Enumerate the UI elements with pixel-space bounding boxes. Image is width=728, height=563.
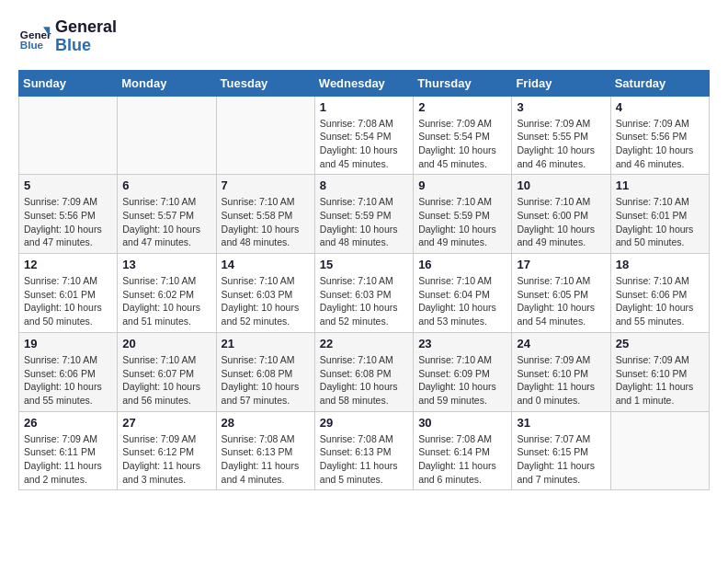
day-cell: 12Sunrise: 7:10 AMSunset: 6:01 PMDayligh… — [19, 254, 118, 333]
day-cell: 21Sunrise: 7:10 AMSunset: 6:08 PMDayligh… — [216, 332, 314, 411]
day-info: Sunrise: 7:09 AMSunset: 5:55 PMDaylight:… — [517, 117, 605, 171]
day-cell: 5Sunrise: 7:09 AMSunset: 5:56 PMDaylight… — [19, 175, 118, 254]
day-number: 12 — [24, 258, 112, 271]
svg-text:Blue: Blue — [20, 38, 44, 50]
day-info: Sunrise: 7:10 AMSunset: 6:04 PMDaylight:… — [418, 274, 506, 328]
day-number: 30 — [418, 416, 506, 430]
day-cell: 23Sunrise: 7:10 AMSunset: 6:09 PMDayligh… — [414, 332, 512, 411]
day-info: Sunrise: 7:09 AMSunset: 5:56 PMDaylight:… — [24, 195, 112, 249]
col-header-friday: Friday — [512, 70, 610, 96]
day-info: Sunrise: 7:09 AMSunset: 6:10 PMDaylight:… — [616, 353, 704, 408]
day-info: Sunrise: 7:10 AMSunset: 5:59 PMDaylight:… — [320, 195, 408, 249]
day-cell: 28Sunrise: 7:08 AMSunset: 6:13 PMDayligh… — [216, 411, 314, 490]
day-cell: 4Sunrise: 7:09 AMSunset: 5:56 PMDaylight… — [610, 96, 709, 175]
day-info: Sunrise: 7:10 AMSunset: 5:57 PMDaylight:… — [122, 195, 210, 249]
day-info: Sunrise: 7:09 AMSunset: 6:11 PMDaylight:… — [24, 432, 112, 487]
day-cell: 14Sunrise: 7:10 AMSunset: 6:03 PMDayligh… — [216, 254, 314, 333]
day-cell: 31Sunrise: 7:07 AMSunset: 6:15 PMDayligh… — [512, 411, 610, 490]
day-cell: 19Sunrise: 7:10 AMSunset: 6:06 PMDayligh… — [19, 332, 118, 411]
day-cell: 13Sunrise: 7:10 AMSunset: 6:02 PMDayligh… — [118, 254, 216, 333]
day-info: Sunrise: 7:10 AMSunset: 6:05 PMDaylight:… — [517, 274, 605, 328]
day-info: Sunrise: 7:10 AMSunset: 6:00 PMDaylight:… — [517, 195, 605, 249]
day-info: Sunrise: 7:10 AMSunset: 5:58 PMDaylight:… — [222, 195, 310, 249]
day-info: Sunrise: 7:10 AMSunset: 6:06 PMDaylight:… — [24, 353, 112, 408]
day-number: 13 — [122, 258, 210, 271]
day-info: Sunrise: 7:09 AMSunset: 6:12 PMDaylight:… — [122, 432, 210, 487]
day-number: 20 — [122, 337, 210, 350]
day-cell: 25Sunrise: 7:09 AMSunset: 6:10 PMDayligh… — [610, 332, 709, 411]
day-cell: 26Sunrise: 7:09 AMSunset: 6:11 PMDayligh… — [19, 411, 118, 490]
day-cell: 30Sunrise: 7:08 AMSunset: 6:14 PMDayligh… — [414, 411, 512, 490]
day-number: 10 — [517, 178, 605, 192]
logo-blue: Blue — [55, 37, 117, 55]
logo-general: General — [55, 18, 117, 37]
day-cell — [118, 96, 216, 175]
day-number: 15 — [320, 258, 408, 271]
day-cell: 8Sunrise: 7:10 AMSunset: 5:59 PMDaylight… — [314, 175, 413, 254]
logo-icon: General Blue — [18, 20, 51, 53]
day-number: 25 — [616, 337, 704, 350]
day-info: Sunrise: 7:07 AMSunset: 6:15 PMDaylight:… — [517, 432, 605, 487]
day-info: Sunrise: 7:10 AMSunset: 6:03 PMDaylight:… — [320, 274, 408, 328]
day-info: Sunrise: 7:10 AMSunset: 5:59 PMDaylight:… — [418, 195, 506, 249]
day-info: Sunrise: 7:08 AMSunset: 5:54 PMDaylight:… — [320, 117, 408, 171]
col-header-saturday: Saturday — [610, 70, 709, 96]
day-cell: 7Sunrise: 7:10 AMSunset: 5:58 PMDaylight… — [216, 175, 314, 254]
day-cell: 27Sunrise: 7:09 AMSunset: 6:12 PMDayligh… — [118, 411, 216, 490]
day-number: 27 — [122, 416, 210, 430]
day-number: 31 — [517, 416, 605, 430]
day-number: 6 — [122, 178, 210, 192]
day-cell: 24Sunrise: 7:09 AMSunset: 6:10 PMDayligh… — [512, 332, 610, 411]
day-info: Sunrise: 7:08 AMSunset: 6:13 PMDaylight:… — [320, 432, 408, 487]
day-number: 22 — [320, 337, 408, 350]
day-number: 29 — [320, 416, 408, 430]
day-number: 23 — [418, 337, 506, 350]
day-cell: 11Sunrise: 7:10 AMSunset: 6:01 PMDayligh… — [610, 175, 709, 254]
day-number: 14 — [222, 258, 310, 271]
day-cell: 17Sunrise: 7:10 AMSunset: 6:05 PMDayligh… — [512, 254, 610, 333]
day-number: 9 — [418, 178, 506, 192]
day-cell — [610, 411, 709, 490]
day-cell: 3Sunrise: 7:09 AMSunset: 5:55 PMDaylight… — [512, 96, 610, 175]
col-header-sunday: Sunday — [19, 70, 118, 96]
day-number: 7 — [222, 178, 310, 192]
day-number: 1 — [320, 100, 408, 114]
day-info: Sunrise: 7:10 AMSunset: 6:07 PMDaylight:… — [122, 353, 210, 408]
day-cell — [19, 96, 118, 175]
day-cell: 29Sunrise: 7:08 AMSunset: 6:13 PMDayligh… — [314, 411, 413, 490]
day-info: Sunrise: 7:10 AMSunset: 6:06 PMDaylight:… — [616, 274, 704, 328]
day-number: 17 — [517, 258, 605, 271]
day-cell: 1Sunrise: 7:08 AMSunset: 5:54 PMDaylight… — [314, 96, 413, 175]
day-info: Sunrise: 7:09 AMSunset: 5:56 PMDaylight:… — [616, 117, 704, 171]
col-header-thursday: Thursday — [414, 70, 512, 96]
day-number: 8 — [320, 178, 408, 192]
col-header-monday: Monday — [118, 70, 216, 96]
day-cell — [216, 96, 314, 175]
day-cell: 18Sunrise: 7:10 AMSunset: 6:06 PMDayligh… — [610, 254, 709, 333]
col-header-wednesday: Wednesday — [314, 70, 413, 96]
day-info: Sunrise: 7:10 AMSunset: 6:09 PMDaylight:… — [418, 353, 506, 408]
page-header: General Blue General Blue — [18, 18, 710, 55]
day-number: 11 — [616, 178, 704, 192]
day-info: Sunrise: 7:10 AMSunset: 6:03 PMDaylight:… — [222, 274, 310, 328]
day-info: Sunrise: 7:10 AMSunset: 6:01 PMDaylight:… — [24, 274, 112, 328]
day-info: Sunrise: 7:09 AMSunset: 6:10 PMDaylight:… — [517, 353, 605, 408]
day-number: 16 — [418, 258, 506, 271]
day-number: 26 — [24, 416, 112, 430]
day-info: Sunrise: 7:08 AMSunset: 6:14 PMDaylight:… — [418, 432, 506, 487]
day-cell: 6Sunrise: 7:10 AMSunset: 5:57 PMDaylight… — [118, 175, 216, 254]
day-cell: 15Sunrise: 7:10 AMSunset: 6:03 PMDayligh… — [314, 254, 413, 333]
day-number: 5 — [24, 178, 112, 192]
col-header-tuesday: Tuesday — [216, 70, 314, 96]
week-row-2: 5Sunrise: 7:09 AMSunset: 5:56 PMDaylight… — [19, 175, 710, 254]
day-cell: 22Sunrise: 7:10 AMSunset: 6:08 PMDayligh… — [314, 332, 413, 411]
day-number: 24 — [517, 337, 605, 350]
day-info: Sunrise: 7:10 AMSunset: 6:08 PMDaylight:… — [222, 353, 310, 408]
day-number: 28 — [222, 416, 310, 430]
day-number: 2 — [418, 100, 506, 114]
day-info: Sunrise: 7:10 AMSunset: 6:02 PMDaylight:… — [122, 274, 210, 328]
day-cell: 9Sunrise: 7:10 AMSunset: 5:59 PMDaylight… — [414, 175, 512, 254]
day-cell: 16Sunrise: 7:10 AMSunset: 6:04 PMDayligh… — [414, 254, 512, 333]
calendar-table: SundayMondayTuesdayWednesdayThursdayFrid… — [18, 70, 710, 491]
day-number: 18 — [616, 258, 704, 271]
